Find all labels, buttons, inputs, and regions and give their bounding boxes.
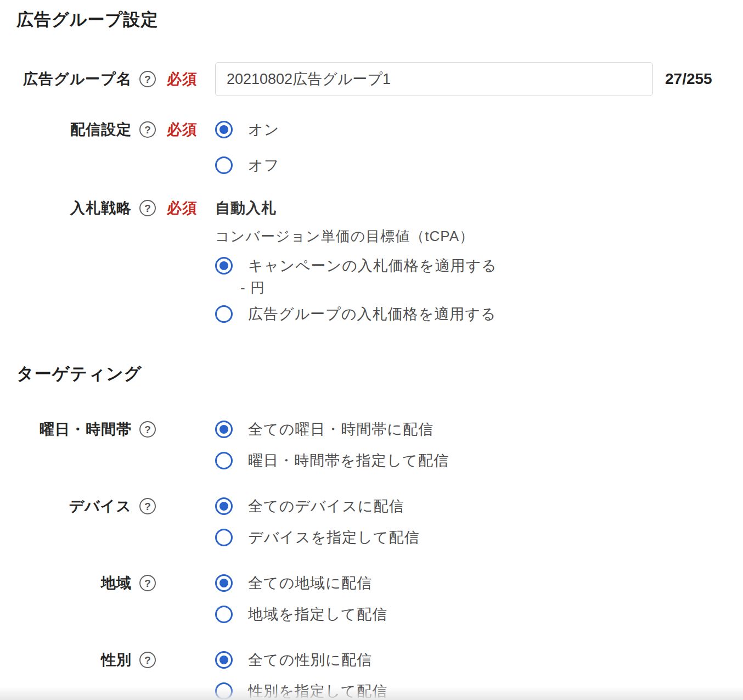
- radio-option-label: 全ての性別に配信: [248, 650, 372, 670]
- help-icon[interactable]: ?: [139, 652, 156, 668]
- row-head: 地域 ?: [16, 572, 199, 594]
- radio-group-device: 全てのデバイスに配信 デバイスを指定して配信: [215, 495, 727, 548]
- required-badge: 必須: [167, 198, 199, 218]
- bid-strategy-label: 入札戦略: [70, 198, 132, 218]
- radio-selected-icon[interactable]: [215, 421, 233, 438]
- radio-unselected-icon[interactable]: [215, 305, 233, 323]
- help-icon[interactable]: ?: [139, 121, 156, 138]
- radio-unselected-icon[interactable]: [215, 156, 233, 174]
- row-head: 広告グループ名 ? 必須: [16, 62, 199, 96]
- radio-option-adgroup-bid[interactable]: 広告グループの入札価格を適用する: [215, 303, 727, 325]
- ad-group-name-label: 広告グループ名: [23, 69, 132, 89]
- form-row-day-time: 曜日・時間帯 ? 全ての曜日・時間帯に配信 曜日・時間帯を指定して配信: [16, 418, 727, 472]
- radio-option-all-devices[interactable]: 全てのデバイスに配信: [215, 495, 727, 517]
- radio-unselected-icon[interactable]: [215, 452, 233, 469]
- gender-label: 性別: [101, 650, 132, 670]
- radio-unselected-icon[interactable]: [215, 529, 233, 546]
- row-head: デバイス ?: [16, 495, 199, 517]
- radio-selected-icon[interactable]: [215, 121, 233, 138]
- radio-option-specify-regions[interactable]: 地域を指定して配信: [215, 603, 727, 625]
- radio-option-label: 全てのデバイスに配信: [248, 496, 404, 516]
- radio-option-all-day-time[interactable]: 全ての曜日・時間帯に配信: [215, 418, 727, 440]
- form-row-gender: 性別 ? 全ての性別に配信 性別を指定して配信: [16, 649, 727, 700]
- radio-option-label: 全ての曜日・時間帯に配信: [248, 419, 434, 439]
- day-time-label: 曜日・時間帯: [40, 419, 132, 439]
- radio-option-label: オフ: [248, 155, 279, 175]
- bid-strategy-value: 自動入札: [215, 197, 727, 219]
- radio-unselected-icon[interactable]: [215, 606, 233, 623]
- row-head: 性別 ?: [16, 649, 199, 671]
- help-icon[interactable]: ?: [139, 200, 156, 216]
- radio-selected-icon[interactable]: [215, 257, 233, 275]
- help-icon[interactable]: ?: [139, 71, 156, 87]
- targeting-section-title: ターゲティング: [16, 362, 727, 385]
- row-content: 27/255: [215, 62, 727, 96]
- radio-option-all-genders[interactable]: 全ての性別に配信: [215, 649, 727, 671]
- help-icon[interactable]: ?: [139, 498, 156, 514]
- form-row-delivery-setting: 配信設定 ? 必須 オン オフ: [16, 119, 727, 176]
- radio-option-label: 地域を指定して配信: [248, 604, 387, 624]
- radio-option-on[interactable]: オン: [215, 119, 727, 141]
- radio-option-label: キャンペーンの入札価格を適用する: [248, 256, 497, 276]
- help-icon[interactable]: ?: [139, 421, 156, 438]
- campaign-bid-amount: - 円: [240, 278, 727, 298]
- radio-selected-icon[interactable]: [215, 574, 233, 592]
- device-label: デバイス: [69, 496, 132, 516]
- radio-option-all-regions[interactable]: 全ての地域に配信: [215, 572, 727, 594]
- radio-group-gender: 全ての性別に配信 性別を指定して配信: [215, 649, 727, 700]
- bid-strategy-content: 自動入札 コンバージョン単価の目標値（tCPA） キャンペーンの入札価格を適用す…: [215, 197, 727, 325]
- radio-option-label: 全ての地域に配信: [248, 573, 372, 593]
- required-badge: 必須: [167, 120, 199, 139]
- tcpa-target-label: コンバージョン単価の目標値（tCPA）: [215, 227, 727, 246]
- radio-option-label: デバイスを指定して配信: [248, 528, 419, 547]
- help-icon[interactable]: ?: [139, 575, 156, 591]
- region-label: 地域: [101, 573, 132, 593]
- ad-group-name-input[interactable]: [215, 62, 653, 96]
- row-head: 曜日・時間帯 ?: [16, 418, 199, 440]
- radio-selected-icon[interactable]: [215, 651, 233, 669]
- radio-option-specify-devices[interactable]: デバイスを指定して配信: [215, 527, 727, 548]
- form-row-device: デバイス ? 全てのデバイスに配信 デバイスを指定して配信: [16, 495, 727, 548]
- radio-option-specify-day-time[interactable]: 曜日・時間帯を指定して配信: [215, 450, 727, 472]
- delivery-setting-label: 配信設定: [70, 120, 132, 139]
- char-counter: 27/255: [665, 70, 712, 88]
- form-row-ad-group-name: 広告グループ名 ? 必須 27/255: [16, 62, 727, 96]
- radio-selected-icon[interactable]: [215, 497, 233, 515]
- radio-option-label: 曜日・時間帯を指定して配信: [248, 451, 449, 471]
- radio-option-label: 広告グループの入札価格を適用する: [248, 304, 496, 324]
- radio-unselected-icon[interactable]: [215, 682, 233, 700]
- radio-option-label: オン: [248, 120, 279, 139]
- page-title: 広告グループ設定: [16, 8, 727, 31]
- radio-option-campaign-bid[interactable]: キャンペーンの入札価格を適用する: [215, 255, 727, 277]
- radio-option-specify-genders[interactable]: 性別を指定して配信: [215, 680, 727, 700]
- radio-group-delivery: オン オフ: [215, 119, 727, 176]
- row-head: 配信設定 ? 必須: [16, 119, 199, 141]
- required-badge: 必須: [167, 69, 199, 89]
- radio-group-day-time: 全ての曜日・時間帯に配信 曜日・時間帯を指定して配信: [215, 418, 727, 472]
- form-row-bid-strategy: 入札戦略 ? 必須 自動入札 コンバージョン単価の目標値（tCPA） キャンペー…: [16, 197, 727, 325]
- radio-option-label: 性別を指定して配信: [248, 681, 387, 700]
- form-row-region: 地域 ? 全ての地域に配信 地域を指定して配信: [16, 572, 727, 625]
- radio-option-off[interactable]: オフ: [215, 154, 727, 176]
- radio-group-region: 全ての地域に配信 地域を指定して配信: [215, 572, 727, 625]
- row-head: 入札戦略 ? 必須: [16, 197, 199, 219]
- ad-group-settings-page: 広告グループ設定 広告グループ名 ? 必須 27/255 配信設定 ? 必須 オ…: [0, 0, 743, 700]
